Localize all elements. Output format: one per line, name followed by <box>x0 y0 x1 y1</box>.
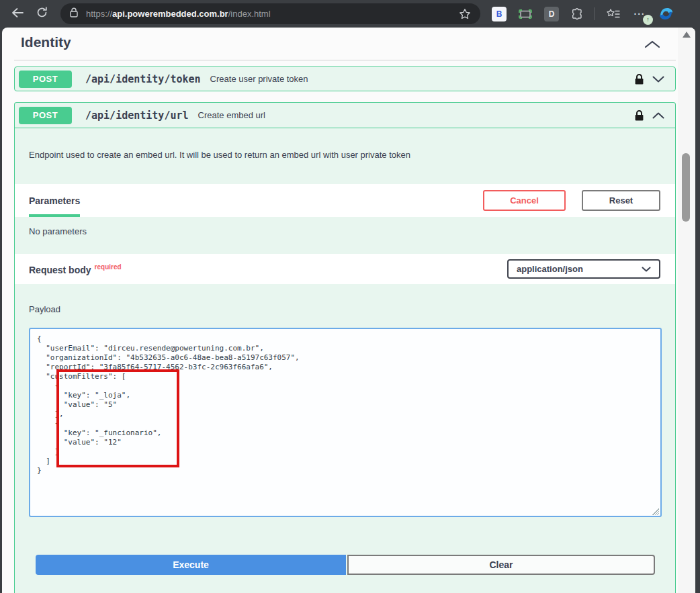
back-button[interactable] <box>5 3 30 25</box>
parameters-header: Parameters Cancel Reset <box>15 184 675 217</box>
request-body-header: Request bodyrequired application/json <box>15 254 675 284</box>
update-available-badge: ↑ <box>643 15 653 25</box>
execute-row: Execute Clear <box>36 555 655 575</box>
extension-b-label: B <box>496 9 502 19</box>
cancel-button[interactable]: Cancel <box>483 190 566 211</box>
operation-summary: Create embed url <box>198 110 265 120</box>
expand-chevron-down-icon[interactable] <box>652 76 664 83</box>
toolbar-divider <box>594 7 595 20</box>
auth-lock-icon[interactable] <box>634 109 644 122</box>
reset-button[interactable]: Reset <box>582 190 660 211</box>
window-edge-right <box>695 28 700 593</box>
back-icon <box>11 7 24 21</box>
content-type-value: application/json <box>517 264 583 274</box>
lock-icon <box>70 7 78 20</box>
browser-menu-button[interactable]: ··· ↑ <box>631 5 648 23</box>
select-chevron-down-icon <box>642 267 651 272</box>
payload-label: Payload <box>29 304 675 315</box>
scrollbar-up-arrow[interactable] <box>683 32 691 38</box>
method-badge: POST <box>19 71 72 88</box>
collapse-chevron-up-icon[interactable] <box>652 112 664 119</box>
extension-d-icon[interactable]: D <box>544 7 559 21</box>
extension-b-icon[interactable]: B <box>492 7 507 21</box>
method-badge: POST <box>19 107 72 124</box>
extensions-puzzle-icon[interactable] <box>570 7 584 21</box>
required-label: required <box>95 263 122 271</box>
operation-panel-url: POST /api/identity/url Create embed url … <box>14 102 676 593</box>
bookmark-star-icon[interactable] <box>459 8 471 20</box>
operation-row-token[interactable]: POST /api/identity/token Create user pri… <box>14 66 676 91</box>
payload-editor-wrap: { "userEmail": "dirceu.resende@powertuni… <box>29 328 661 517</box>
tab-parameters[interactable]: Parameters <box>29 184 80 217</box>
browser-window: https://api.powerembedded.com.br/index.h… <box>0 0 700 593</box>
scrollbar-thumb[interactable] <box>682 153 690 222</box>
url-text: https://api.powerembedded.com.br/index.h… <box>86 9 271 19</box>
page-title: Identity <box>21 34 71 50</box>
screen-clip-icon[interactable] <box>518 9 533 19</box>
content-type-select[interactable]: application/json <box>507 259 660 279</box>
refresh-icon <box>36 7 48 21</box>
execute-button[interactable]: Execute <box>36 555 346 575</box>
refresh-button[interactable] <box>30 3 54 25</box>
extension-d-label: D <box>549 9 555 19</box>
operation-summary: Create user private token <box>210 74 308 84</box>
identity-section-header[interactable]: Identity <box>14 28 676 60</box>
resize-grip-icon[interactable] <box>652 508 659 515</box>
browser-toolbar: https://api.powerembedded.com.br/index.h… <box>0 0 700 28</box>
auth-lock-icon[interactable] <box>634 73 644 85</box>
operation-row-url[interactable]: POST /api/identity/url Create embed url <box>15 103 675 128</box>
collections-icon[interactable] <box>606 8 621 20</box>
operation-path: /api/identity/token <box>85 73 201 85</box>
page-scrollbar[interactable] <box>678 28 695 593</box>
operation-description: Endpoint used to create an embed url. It… <box>15 128 675 184</box>
no-parameters-text: No parameters <box>15 217 675 254</box>
payload-textarea[interactable]: { "userEmail": "dirceu.resende@powertuni… <box>29 328 662 517</box>
copilot-icon[interactable] <box>657 5 675 23</box>
page-content: Identity POST /api/identity/token Create… <box>2 28 695 593</box>
section-collapse-chevron-up-icon[interactable] <box>644 39 660 51</box>
operation-path: /api/identity/url <box>85 109 189 122</box>
clear-button[interactable]: Clear <box>347 555 655 575</box>
address-bar[interactable]: https://api.powerembedded.com.br/index.h… <box>60 3 480 24</box>
swagger-main: Identity POST /api/identity/token Create… <box>14 28 676 593</box>
request-body-label: Request bodyrequired <box>29 263 122 275</box>
